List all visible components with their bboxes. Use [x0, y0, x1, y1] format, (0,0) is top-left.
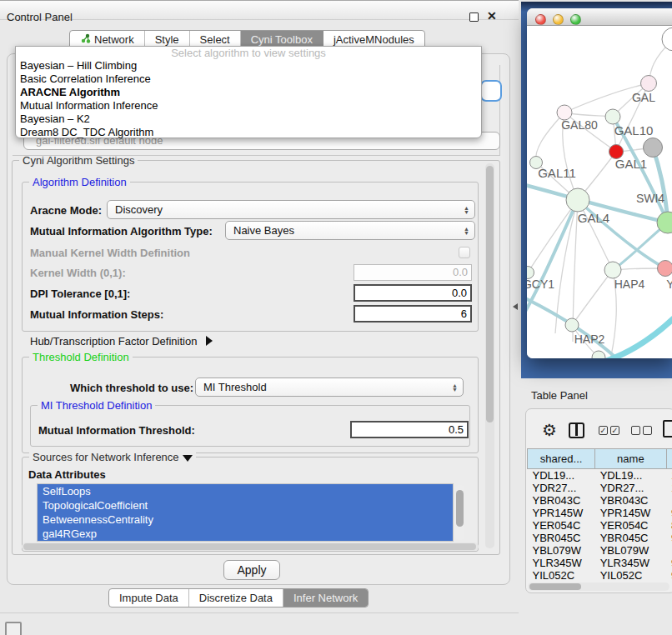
control-panel-bottom-border — [0, 612, 519, 613]
hidden-group-border-bottom — [13, 155, 500, 156]
kernel-width-field[interactable]: 0.0 — [354, 264, 472, 281]
algorithm-option-bayesian-k2[interactable]: Bayesian – K2 — [16, 112, 481, 126]
bottom-tab-label: Discretize Data — [199, 592, 273, 604]
table-row[interactable]: YBR043CYBR043C — [528, 494, 672, 507]
table-row[interactable]: YDR27...YDR27...12 — [528, 482, 672, 494]
sources-group-title[interactable]: Sources for Network Inference — [29, 451, 196, 463]
network-node[interactable] — [604, 262, 621, 278]
settings-hscrollbar-thumb[interactable] — [23, 543, 476, 550]
mi-type-combo[interactable]: Naive Bayes ▲▼ — [225, 221, 475, 240]
tab-label: Cyni Toolbox — [251, 33, 313, 46]
zoom-traffic-light-icon[interactable] — [570, 14, 581, 25]
close-traffic-light-icon[interactable] — [535, 14, 546, 25]
cyni-bottom-tabs: Impute DataDiscretize DataInfer Network — [108, 588, 369, 608]
minimize-traffic-light-icon[interactable] — [553, 14, 564, 25]
attribute-item-selfloops[interactable]: SelfLoops — [38, 484, 453, 498]
checked-box-icon: ✓ — [610, 426, 619, 435]
column-view-icon[interactable] — [569, 422, 584, 438]
node-label-gcy1: GCY1 — [527, 278, 554, 291]
node-label-y: Y — [666, 278, 672, 291]
aracne-mode-combo[interactable]: Discovery ▲▼ — [107, 200, 475, 219]
pane-divider-arrow[interactable] — [513, 303, 518, 310]
data-attributes-list[interactable]: SelfLoopsTopologicalCoefficientBetweenne… — [37, 483, 454, 542]
network-node[interactable] — [644, 138, 663, 158]
dpi-tolerance-field[interactable]: 0.0 — [354, 284, 472, 302]
table-cell: 9. — [666, 532, 672, 544]
network-node[interactable] — [605, 109, 620, 124]
hide-columns-icon[interactable] — [631, 426, 652, 435]
network-edge[interactable] — [653, 148, 668, 222]
mi-type-value: Naive Bayes — [233, 224, 294, 237]
network-node[interactable] — [566, 188, 589, 212]
algorithm-combo-focus-ring[interactable] — [480, 80, 502, 102]
table-cell — [666, 494, 672, 507]
table-row[interactable]: YLR345WYLR345W9. — [528, 557, 672, 569]
bottom-tab-discretize-data[interactable]: Discretize Data — [189, 589, 283, 607]
table-panel-title: Table Panel — [531, 389, 588, 402]
which-threshold-combo[interactable]: MI Threshold ▲▼ — [195, 378, 464, 397]
network-canvas[interactable]: GALGAL80GAL10GAL1GAL11SWI4GAL4HAP4YGCY1H… — [527, 27, 672, 358]
manual-kernel-label: Manual Kernel Width Definition — [30, 247, 190, 259]
bottom-tab-infer-network[interactable]: Infer Network — [283, 589, 368, 607]
export-table-icon[interactable] — [663, 420, 672, 438]
network-node[interactable] — [641, 76, 657, 92]
network-window[interactable]: GALGAL80GAL10GAL1GAL11SWI4GAL4HAP4YGCY1H… — [527, 8, 672, 358]
table-cell: 9 — [666, 569, 672, 582]
table-row[interactable]: YDL19...YDL19...13 — [528, 469, 672, 482]
algorithm-option-dream8-dc-tdc-algorithm[interactable]: Dream8 DC_TDC Algorithm — [16, 126, 481, 139]
table-hscrollbar-thumb[interactable] — [529, 583, 581, 590]
apply-button[interactable]: Apply — [223, 560, 280, 580]
kernel-width-label: Kernel Width (0,1): — [30, 267, 126, 279]
network-node[interactable] — [662, 28, 672, 51]
network-graph: GALGAL80GAL10GAL1GAL11SWI4GAL4HAP4YGCY1H… — [527, 27, 672, 358]
mi-threshold-field[interactable]: 0.5 — [350, 421, 469, 438]
table-row[interactable]: YIL052CYIL052C9 — [528, 569, 672, 582]
float-panel-icon[interactable] — [469, 12, 479, 22]
column-header-name[interactable]: name — [595, 449, 666, 469]
bottom-tab-impute-data[interactable]: Impute Data — [109, 589, 189, 607]
network-node[interactable] — [565, 318, 579, 332]
control-panel-title: Control Panel — [7, 11, 73, 23]
hub-definition-label: Hub/Transcription Factor Definition — [30, 335, 197, 348]
node-table[interactable]: shared...nameA YDL19...YDL19...13YDR27..… — [527, 448, 672, 582]
table-cell: 13 — [666, 469, 672, 482]
column-header-shared[interactable]: shared... — [528, 449, 595, 469]
network-edge[interactable] — [572, 270, 613, 325]
mi-steps-field[interactable]: 6 — [354, 305, 472, 322]
algorithm-option-basic-correlation-inference[interactable]: Basic Correlation Inference — [16, 72, 481, 86]
network-icon — [80, 33, 91, 47]
table-cell: YIL052C — [528, 569, 595, 582]
table-row[interactable]: YBR045CYBR045C9. — [528, 532, 672, 544]
attribute-item-betweennesscentrality[interactable]: BetweennessCentrality — [38, 512, 453, 527]
aracne-mode-value: Discovery — [115, 203, 163, 216]
network-node[interactable] — [658, 261, 672, 277]
algorithm-option-mutual-information-inference[interactable]: Mutual Information Inference — [16, 99, 481, 112]
collapsed-panel-icon[interactable] — [5, 622, 22, 635]
table-cell: YBR043C — [595, 494, 666, 507]
column-header-a[interactable]: A — [666, 449, 672, 469]
table-row[interactable]: YER054CYER054C8. — [528, 519, 672, 532]
algorithm-option-aracne-algorithm[interactable]: ARACNE Algorithm — [16, 86, 481, 99]
settings-scrollbar-thumb[interactable] — [486, 166, 494, 422]
unchecked-box-icon — [643, 426, 652, 435]
table-row[interactable]: YPR145WYPR145W9. — [528, 507, 672, 519]
network-edge[interactable] — [528, 200, 578, 272]
node-label-gal1: GAL1 — [615, 157, 647, 171]
algorithm-option-bayesian-hill-climbing[interactable]: Bayesian – Hill Climbing — [16, 59, 481, 72]
table-cell: YBL079W — [528, 544, 595, 557]
network-edge[interactable] — [536, 112, 564, 162]
table-cell: YDL19... — [595, 469, 666, 482]
close-panel-icon[interactable]: ✕ — [487, 9, 497, 22]
manual-kernel-checkbox[interactable] — [459, 247, 470, 258]
attribute-item-gal4rgexp[interactable]: gal4RGexp — [38, 527, 453, 541]
gear-icon[interactable]: ⚙ — [542, 420, 557, 440]
attributes-scrollbar-thumb[interactable] — [456, 490, 464, 527]
bottom-tab-label: Infer Network — [293, 592, 358, 604]
table-row[interactable]: YBL079WYBL079W — [528, 544, 672, 557]
hub-definition-toggle[interactable]: Hub/Transcription Factor Definition — [30, 333, 213, 348]
network-window-titlebar[interactable] — [527, 8, 672, 26]
show-columns-icon[interactable]: ✓ ✓ — [599, 426, 619, 435]
attribute-item-topologicalcoefficient[interactable]: TopologicalCoefficient — [38, 498, 453, 512]
table-header-row[interactable]: shared...nameA — [528, 449, 672, 469]
table-cell: YDR27... — [595, 482, 666, 494]
